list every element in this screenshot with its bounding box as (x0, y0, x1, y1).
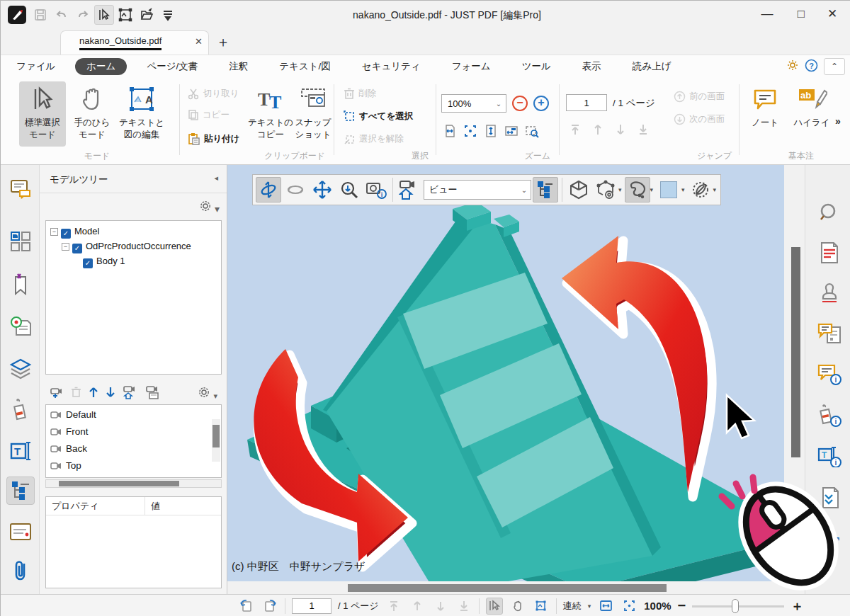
customize-toolbar-icon[interactable] (158, 5, 178, 25)
signature-icon[interactable] (6, 518, 35, 546)
image-edit-icon[interactable] (115, 5, 135, 25)
ribbon-tab-readaloud[interactable]: 読み上げ (621, 58, 683, 75)
note-info-icon[interactable]: i (815, 360, 844, 389)
maximize-button[interactable]: □ (786, 1, 817, 28)
tree-item-occurrence[interactable]: −✓OdPrcProductOccurrence (46, 239, 221, 253)
ribbon-tab-security[interactable]: セキュリティ (351, 58, 432, 75)
model-tree-icon[interactable] (6, 477, 35, 505)
render-settings-icon[interactable] (593, 177, 618, 203)
fit-visible-icon[interactable] (504, 124, 518, 140)
help-icon[interactable]: ? (805, 59, 818, 75)
select-mode-icon[interactable] (94, 5, 114, 25)
chevron-down-icon[interactable]: ▾ (650, 186, 654, 193)
save-icon[interactable] (30, 5, 50, 25)
zoom-tool-icon[interactable] (336, 177, 362, 203)
ribbon-tab-file[interactable]: ファイル (5, 58, 67, 75)
model-tree-toggle-icon[interactable] (533, 177, 558, 203)
destinations-icon[interactable] (6, 312, 35, 341)
zoom-out-minus-button[interactable]: − (678, 598, 686, 614)
view-item-back[interactable]: Back (46, 440, 221, 457)
tab-close-icon[interactable]: ✕ (195, 36, 203, 47)
annotations-icon[interactable] (6, 175, 35, 203)
more-annotations-icon[interactable]: » (835, 115, 841, 127)
comment-list-icon[interactable] (815, 319, 844, 348)
fit-height-icon[interactable] (484, 124, 498, 140)
tree-options-gear-icon[interactable]: ▾ (200, 200, 220, 215)
tag-info-icon[interactable]: i (815, 401, 844, 430)
tree-item-body1[interactable]: ✓Body 1 (46, 253, 221, 268)
chevron-down-icon[interactable]: ⌄ (492, 100, 506, 108)
checkbox-checked-icon[interactable]: ✓ (83, 258, 93, 268)
undo-icon[interactable] (52, 5, 72, 25)
stamp-icon[interactable] (815, 278, 844, 307)
document-tab[interactable]: nakano_Outside.pdf ✕ (60, 30, 209, 55)
settings-gear-icon[interactable] (786, 59, 799, 74)
ribbon-tab-form[interactable]: フォーム (441, 58, 502, 75)
chevron-down-icon[interactable]: ⌄ (518, 186, 531, 194)
snapshot-button[interactable]: スナップショット (290, 81, 336, 147)
attachments-icon[interactable] (6, 556, 35, 584)
ribbon-tab-page[interactable]: ページ/文書 (135, 58, 209, 75)
view-item-top[interactable]: Top (46, 457, 221, 474)
ribbon-tab-home[interactable]: ホーム (75, 58, 127, 75)
bookmarks-icon[interactable] (6, 270, 35, 298)
ribbon-tab-view[interactable]: 表示 (571, 58, 613, 75)
zoom-in-plus-button[interactable]: ＋ (790, 598, 803, 615)
open-file-icon[interactable] (137, 5, 157, 25)
fit-page-icon[interactable] (463, 124, 477, 140)
tree-item-model[interactable]: −✓Model (46, 224, 221, 239)
redo-icon[interactable] (73, 5, 93, 25)
status-page-input[interactable] (292, 598, 332, 614)
default-view-home-icon[interactable] (397, 177, 422, 203)
status-hand-mode-icon[interactable] (509, 598, 526, 615)
ribbon-tab-tools[interactable]: ツール (511, 58, 562, 75)
minimize-button[interactable]: — (752, 1, 783, 28)
page-number-input[interactable] (566, 94, 607, 111)
chevron-down-icon[interactable]: ▾ (588, 603, 591, 610)
layers-icon[interactable] (6, 355, 35, 383)
text-copy-button[interactable]: TT テキストのコピー (247, 81, 294, 147)
views-vertical-scrollbar[interactable] (212, 419, 220, 462)
zoom-slider-thumb[interactable] (732, 599, 739, 613)
status-fit-page-icon[interactable] (620, 598, 638, 615)
color-override-icon[interactable] (625, 177, 650, 203)
collapse-node-icon[interactable]: − (50, 228, 58, 236)
camera-info-icon[interactable]: i (363, 177, 389, 203)
highlight-button[interactable]: ab ハイライ (790, 81, 834, 147)
status-select-mode-icon[interactable] (486, 598, 503, 615)
zoom-out-button[interactable]: − (512, 96, 528, 111)
checkbox-checked-icon[interactable]: ✓ (72, 244, 82, 253)
scrollbar-thumb[interactable] (791, 247, 800, 457)
scrollbar-thumb[interactable] (348, 584, 667, 592)
panel-collapse-icon[interactable]: ◂ (214, 173, 218, 183)
ribbon-tab-text-figure[interactable]: テキスト/図 (268, 58, 342, 75)
note-button[interactable]: ノート (743, 81, 787, 147)
search-icon[interactable] (815, 199, 844, 227)
move-view-down-icon[interactable] (106, 386, 115, 401)
chevron-down-icon[interactable]: ▾ (681, 186, 685, 193)
add-view-icon[interactable] (50, 386, 64, 401)
update-view-icon[interactable] (145, 385, 161, 402)
chevron-down-icon[interactable]: ▾ (618, 186, 622, 193)
projection-cube-icon[interactable] (566, 177, 591, 203)
zoom-in-button[interactable]: + (533, 96, 549, 111)
hand-mode-button[interactable]: 手のひらモード (69, 81, 115, 147)
redaction-icon[interactable] (815, 239, 844, 267)
new-tab-button[interactable]: ＋ (216, 33, 230, 52)
page-thumbnails-icon[interactable] (6, 227, 35, 256)
tags-icon[interactable] (6, 396, 35, 424)
content-text-icon[interactable]: T (6, 437, 35, 465)
spin-icon[interactable] (283, 177, 308, 203)
marquee-zoom-icon[interactable] (525, 124, 539, 140)
checkbox-checked-icon[interactable]: ✓ (61, 229, 71, 239)
3d-viewport[interactable]: (c) 中野区 中野サンプラザ i ビュー ⌄ ▾ (227, 165, 784, 581)
view-item-front[interactable]: Front (46, 423, 221, 440)
fit-width-icon[interactable] (443, 124, 457, 140)
chevron-down-icon[interactable]: ▾ (713, 186, 717, 193)
rotate-page-right-icon[interactable] (261, 598, 278, 615)
status-fit-width-icon[interactable] (597, 598, 614, 615)
collapse-ribbon-icon[interactable]: ⌃ (824, 58, 845, 75)
lighting-icon[interactable] (688, 177, 713, 203)
status-edit-mode-icon[interactable] (533, 598, 550, 615)
paste-button[interactable]: 貼り付け (188, 130, 240, 148)
